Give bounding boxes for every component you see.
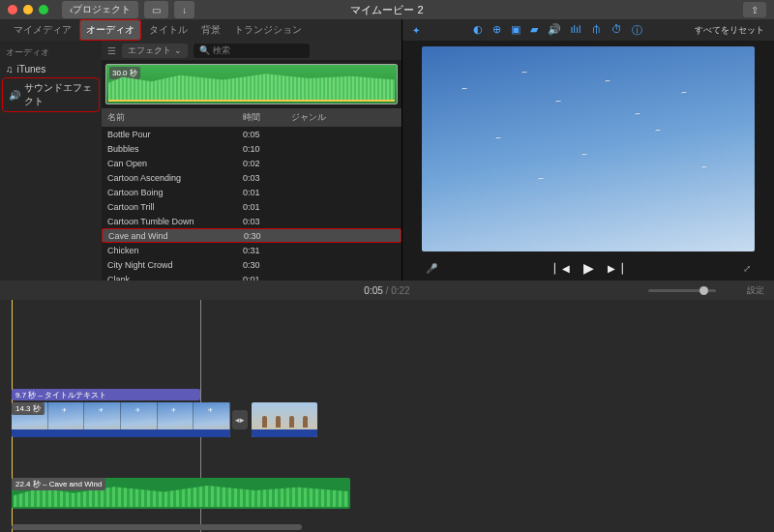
- audio-clip-badge: 22.4 秒 – Cave and Wind: [12, 478, 105, 490]
- transition-handle[interactable]: ◂▸: [232, 410, 248, 429]
- wand-icon[interactable]: ✦: [412, 25, 420, 36]
- cell-time: 0:31: [237, 246, 285, 255]
- table-row[interactable]: Cartoon Tumble Down0:03: [102, 214, 402, 228]
- tab-audio[interactable]: オーディオ: [79, 19, 141, 41]
- audio-rows: Bottle Pour0:05Bubbles0:10Can Open0:02Ca…: [102, 127, 402, 281]
- cell-time: 0:03: [237, 173, 285, 183]
- col-time[interactable]: 時間: [237, 108, 285, 127]
- cell-time: 0:03: [237, 217, 285, 226]
- time-current: 0:05: [364, 285, 382, 296]
- adjust-icons: ◐ ⊕ ▣ ▰ 🔊 ılıl ⫛ ⏱ ⓘ: [473, 23, 642, 38]
- window-controls[interactable]: [8, 5, 48, 15]
- sidebar-item-label: サウンドエフェクト: [24, 81, 93, 108]
- playback-controls: 🎤 ▏◀ ▶ ▶▕ ⤢: [402, 255, 774, 281]
- share-icon: ⇪: [751, 5, 759, 15]
- column-headers: 名前 時間 ジャンル: [102, 108, 402, 127]
- waveform-baseline: [108, 100, 395, 102]
- video-clip[interactable]: [12, 402, 230, 437]
- share-button[interactable]: ⇪: [743, 2, 766, 17]
- table-row[interactable]: Bottle Pour0:05: [102, 127, 402, 141]
- zoom-slider[interactable]: [648, 289, 716, 292]
- cell-time: 0:02: [237, 159, 285, 168]
- sidebar-item-itunes[interactable]: ♫iTunes: [0, 61, 102, 77]
- prev-button[interactable]: ▏◀: [554, 263, 570, 274]
- eq-icon[interactable]: ⫛: [591, 23, 602, 38]
- waveform-preview[interactable]: 30.0 秒: [105, 64, 398, 104]
- minimize-icon[interactable]: [23, 5, 33, 15]
- timeline-info-bar: 0:05 / 0:22 設定: [0, 281, 774, 300]
- crop-icon[interactable]: ▣: [511, 23, 521, 38]
- preview-video[interactable]: ~ ~ ~ ~ ~ ~ ~ ~ ~ ~ ~: [422, 46, 755, 251]
- table-row[interactable]: Bubbles0:10: [102, 141, 402, 156]
- audio-sidebar: オーディオ ♫iTunes 🔊サウンドエフェクト: [0, 41, 102, 281]
- tab-mymedia[interactable]: マイメディア: [8, 20, 77, 40]
- tab-backgrounds[interactable]: 背景: [195, 20, 226, 40]
- audio-list-area: ☰ エフェクト ⌄ 🔍検索 30.0 秒 名前 時間 ジャンル Bottle P…: [102, 41, 402, 281]
- title-clip[interactable]: 9.7 秒 – タイトルテキスト: [12, 389, 200, 400]
- search-input[interactable]: 🔍検索: [194, 44, 310, 58]
- table-row[interactable]: Chicken0:31: [102, 243, 402, 257]
- waveform-shape: [108, 71, 395, 102]
- color-balance-icon[interactable]: ◐: [473, 23, 483, 38]
- import-button[interactable]: ↓: [174, 1, 194, 18]
- view-toggle-button[interactable]: ▭: [144, 1, 168, 18]
- effects-dropdown[interactable]: エフェクト ⌄: [122, 44, 188, 58]
- play-button[interactable]: ▶: [583, 260, 594, 276]
- info-icon[interactable]: ⓘ: [632, 23, 642, 38]
- cell-name: Cartoon Tumble Down: [102, 217, 237, 226]
- cell-time: 0:01: [237, 188, 285, 197]
- cell-name: Cartoon Boing: [102, 188, 237, 197]
- maximize-icon[interactable]: [39, 5, 48, 15]
- dd-label: エフェクト: [128, 45, 171, 55]
- speed-icon[interactable]: ⏱: [611, 23, 622, 38]
- cell-time: 0:30: [237, 260, 285, 270]
- library-icon: ☰: [107, 45, 116, 56]
- cell-name: Cave and Wind: [103, 231, 238, 241]
- list-toolbar: ☰ エフェクト ⌄ 🔍検索: [102, 41, 402, 60]
- cell-time: 0:01: [237, 202, 285, 212]
- back-to-projects-button[interactable]: ‹ プロジェクト: [62, 1, 138, 18]
- table-row[interactable]: Cave and Wind0:30: [102, 228, 402, 243]
- preview-toolbar: ✦ ◐ ⊕ ▣ ▰ 🔊 ılıl ⫛ ⏱ ⓘ すべてをリセット: [402, 19, 774, 41]
- timeline-scrollbar[interactable]: [12, 524, 302, 530]
- cell-name: Bubbles: [102, 144, 237, 154]
- table-row[interactable]: Clank0:01: [102, 272, 402, 281]
- table-row[interactable]: Cartoon Ascending0:03: [102, 170, 402, 185]
- time-total: 0:22: [391, 285, 409, 296]
- cell-time: 0:10: [237, 144, 285, 154]
- speaker-icon: 🔊: [9, 90, 20, 101]
- cell-name: Cartoon Trill: [102, 202, 237, 212]
- close-icon[interactable]: [8, 5, 17, 15]
- table-row[interactable]: Cartoon Boing0:01: [102, 185, 402, 199]
- stabilize-icon[interactable]: ▰: [530, 23, 538, 38]
- cell-name: Can Open: [102, 159, 237, 168]
- titlebar: ‹ プロジェクト ▭ ↓ マイムービー 2 ⇪: [0, 0, 774, 19]
- video-clip-2[interactable]: [252, 402, 317, 437]
- clip-audio-wave: [12, 429, 230, 437]
- timeline[interactable]: 9.7 秒 – タイトルテキスト 14.3 秒 ◂▸ 22.4 秒 – Cave…: [0, 300, 774, 532]
- back-label: プロジェクト: [73, 3, 131, 16]
- tab-titles[interactable]: タイトル: [143, 20, 194, 40]
- search-placeholder: 検索: [213, 44, 230, 57]
- fullscreen-icon[interactable]: ⤢: [743, 263, 751, 274]
- next-button[interactable]: ▶▕: [608, 263, 623, 274]
- settings-button[interactable]: 設定: [747, 284, 764, 297]
- mic-icon[interactable]: 🎤: [426, 263, 437, 274]
- volume-icon[interactable]: 🔊: [548, 23, 561, 38]
- tab-transitions[interactable]: トランジション: [228, 20, 308, 40]
- preview-pane: ✦ ◐ ⊕ ▣ ▰ 🔊 ılıl ⫛ ⏱ ⓘ すべてをリセット ~ ~ ~ ~ …: [402, 19, 774, 281]
- cell-name: Chicken: [102, 246, 237, 255]
- noise-icon[interactable]: ılıl: [571, 23, 581, 38]
- cell-time: 0:05: [237, 130, 285, 139]
- cell-name: City Night Crowd: [102, 260, 237, 270]
- table-row[interactable]: Can Open0:02: [102, 156, 402, 170]
- reset-all-button[interactable]: すべてをリセット: [695, 24, 764, 37]
- browser-tabs: マイメディア オーディオ タイトル 背景 トランジション: [0, 19, 402, 41]
- sidebar-item-sound-effects[interactable]: 🔊サウンドエフェクト: [2, 77, 100, 112]
- table-row[interactable]: Cartoon Trill0:01: [102, 199, 402, 214]
- table-row[interactable]: City Night Crowd0:30: [102, 257, 402, 272]
- color-correction-icon[interactable]: ⊕: [492, 23, 501, 38]
- search-icon: 🔍: [199, 45, 210, 55]
- col-name[interactable]: 名前: [102, 108, 237, 127]
- col-genre[interactable]: ジャンル: [285, 108, 402, 127]
